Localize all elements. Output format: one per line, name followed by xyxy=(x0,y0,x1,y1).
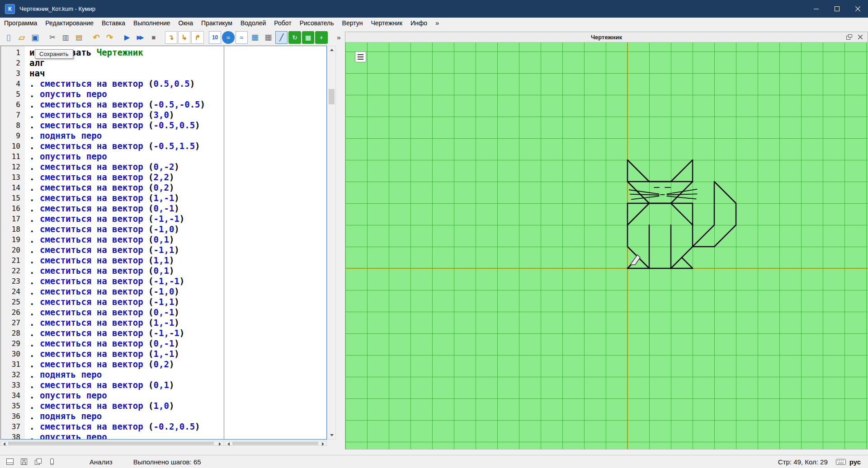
drawer-field xyxy=(345,42,868,449)
quick-save-icon[interactable] xyxy=(20,458,28,466)
grid xyxy=(345,42,868,449)
line-number: 6 xyxy=(1,99,25,110)
save-icon[interactable]: ▣ xyxy=(29,31,41,44)
menu-item[interactable]: Окна xyxy=(175,19,198,27)
code-line: . сместиться на вектор (1,-1) xyxy=(29,318,326,328)
menu-item[interactable]: Вертун xyxy=(338,19,367,27)
toolbar-overflow-icon[interactable]: » xyxy=(333,31,345,44)
redo-icon[interactable]: ↷ xyxy=(104,31,116,44)
pen-cursor-icon xyxy=(630,255,640,265)
code-line: . сместиться на вектор (0,-2) xyxy=(29,162,326,172)
scroll-right-icon[interactable] xyxy=(217,440,223,448)
language-indicator[interactable]: рус xyxy=(849,458,861,466)
new-file-icon[interactable]: ▯ xyxy=(2,31,14,44)
run-to-end-icon[interactable]: ▶▶ xyxy=(134,31,146,44)
line-number: 10 xyxy=(1,141,25,151)
code-area[interactable]: использовать Чертежникалгнач. сместиться… xyxy=(25,46,326,439)
scroll-left-icon[interactable] xyxy=(225,440,232,448)
open-folder-icon[interactable]: ▱ xyxy=(15,31,28,44)
line-number: 12 xyxy=(1,162,25,172)
horizontal-scroll-thumb[interactable] xyxy=(232,442,318,445)
code-horizontal-scrollbar[interactable] xyxy=(0,441,224,446)
code-line: . сместиться на вектор (1,1) xyxy=(29,255,326,266)
horizontal-scroll-thumb[interactable] xyxy=(8,442,214,445)
code-line: нач xyxy=(29,68,326,79)
step-into-icon[interactable]: ↳ xyxy=(178,31,190,44)
cut-icon[interactable]: ✂ xyxy=(46,31,58,44)
grid-window-icon[interactable]: ▦ xyxy=(262,31,274,44)
menu-item[interactable]: Водолей xyxy=(236,19,270,27)
editor-vertical-scrollbar[interactable] xyxy=(327,46,336,440)
drawer-field-icon[interactable]: + xyxy=(315,31,327,44)
line-number: 30 xyxy=(1,349,25,359)
code-line: . поднять перо xyxy=(29,370,326,380)
menu-item[interactable]: Робот xyxy=(270,19,295,27)
run-icon[interactable]: ▶ xyxy=(121,31,133,44)
maximize-button[interactable] xyxy=(826,0,847,18)
vertical-scroll-thumb[interactable] xyxy=(329,89,335,104)
line-number: 38 xyxy=(1,432,25,440)
undock-button[interactable] xyxy=(845,33,853,41)
menu-item[interactable]: Вставка xyxy=(98,19,129,27)
undo-icon[interactable]: ↶ xyxy=(90,31,102,44)
code-line: . сместиться на вектор (-0.2,0.5) xyxy=(29,421,326,432)
drawer-window-icon[interactable]: ╱ xyxy=(275,31,288,44)
undock-icon xyxy=(846,34,852,40)
console-panel-icon[interactable] xyxy=(6,458,14,466)
scroll-up-icon[interactable] xyxy=(328,46,335,54)
line-number: 36 xyxy=(1,411,25,421)
paste-icon[interactable]: ▤ xyxy=(73,31,85,44)
drawer-canvas[interactable] xyxy=(345,42,868,449)
menu-item[interactable]: » xyxy=(431,19,443,27)
line-number: 27 xyxy=(1,318,25,328)
hamburger-icon xyxy=(358,54,363,55)
scroll-down-icon[interactable] xyxy=(328,431,335,439)
menu-item[interactable]: Рисователь xyxy=(296,19,338,27)
close-icon xyxy=(855,6,860,11)
scroll-right-icon[interactable] xyxy=(320,440,326,448)
step-out-icon[interactable]: ↱ xyxy=(191,31,203,44)
drawer-title: Чертежник xyxy=(345,34,868,41)
code-line: . сместиться на вектор (-1,1) xyxy=(29,245,326,255)
line-number: 32 xyxy=(1,370,25,380)
statusbar: Анализ Выполнено шагов: 65 Стр: 49, Кол:… xyxy=(0,455,868,468)
pin-icon[interactable] xyxy=(48,458,56,466)
vertun-window-icon[interactable]: ↻ xyxy=(288,31,301,44)
binary-display-icon[interactable]: 10 xyxy=(209,31,221,44)
keyboard-layout-icon[interactable] xyxy=(836,459,846,465)
copy-small-icon[interactable] xyxy=(34,458,42,466)
line-number: 37 xyxy=(1,421,25,432)
water-tools-icon[interactable]: ≈ xyxy=(236,31,248,44)
code-line: . поднять перо xyxy=(29,411,326,421)
vodoley-window-icon[interactable]: ≈ xyxy=(222,31,234,44)
code-line: . поднять перо xyxy=(29,131,326,141)
line-number: 1 xyxy=(1,47,25,58)
code-editor[interactable]: 1234567891011121314151617181920212223242… xyxy=(0,46,327,440)
copy-icon[interactable]: ▥ xyxy=(60,31,72,44)
menu-item[interactable]: Выполнение xyxy=(129,19,174,27)
drawer-close-button[interactable] xyxy=(856,33,864,41)
stop-icon[interactable]: ■ xyxy=(147,31,160,44)
menu-item[interactable]: Практикум xyxy=(197,19,236,27)
step-over-icon[interactable]: ↴ xyxy=(165,31,177,44)
minimize-button[interactable] xyxy=(806,0,826,18)
menu-item[interactable]: Редактирование xyxy=(41,19,98,27)
code-line: . сместиться на вектор (0,-1) xyxy=(29,338,326,349)
scroll-left-icon[interactable] xyxy=(1,440,8,448)
drawer-menu-button[interactable] xyxy=(355,51,366,62)
menubar: ПрограммаРедактированиеВставкаВыполнение… xyxy=(0,18,868,28)
kumir-logo-icon: К xyxy=(5,4,15,14)
code-line: . сместиться на вектор (-1,-1) xyxy=(29,328,326,338)
robot-window-icon[interactable]: ▦ xyxy=(302,31,314,44)
line-number: 19 xyxy=(1,234,25,245)
menu-item[interactable]: Чертежник xyxy=(367,19,406,27)
steps-counter: Выполнено шагов: 65 xyxy=(133,458,201,466)
menu-item[interactable]: Инфо xyxy=(406,19,431,27)
robot-field-icon[interactable]: ▦ xyxy=(249,31,261,44)
code-line: . сместиться на вектор (3,0) xyxy=(29,110,326,120)
close-button[interactable] xyxy=(847,0,868,18)
margin-horizontal-scrollbar[interactable] xyxy=(225,441,327,446)
menu-item[interactable]: Программа xyxy=(0,19,41,27)
code-line: . сместиться на вектор (-0.5,0.5) xyxy=(29,120,326,131)
line-number: 7 xyxy=(1,110,25,120)
